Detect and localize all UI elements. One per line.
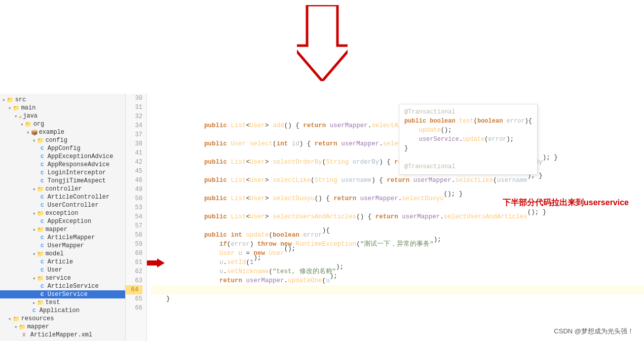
tree-label: AppExceptionAdvice [48, 153, 113, 160]
down-arrow-icon [297, 5, 348, 81]
java-file-icon: C [41, 259, 44, 265]
code-line-65: } [151, 294, 644, 304]
code-line-61: u.setId(1); [151, 258, 644, 267]
java-file-icon: C [41, 145, 44, 151]
tree-label: mapper [27, 323, 49, 330]
folder-icon: 📁 [37, 251, 44, 257]
tree-label: AppConfig [48, 145, 81, 152]
tree-item-tongjitimeaspect[interactable]: C TongjiTimeAspect [0, 177, 125, 185]
tree-item-resources[interactable]: ▾ 📁 resources [0, 315, 125, 323]
tree-label: ArticleController [48, 194, 109, 201]
tree-item-java[interactable]: ▾ ☕ java [0, 112, 125, 120]
java-file-icon: C [41, 202, 44, 208]
tree-item-org[interactable]: ▾ 📁 org [0, 120, 125, 128]
code-line-54: public List<User> selectUsersAndArticles… [151, 212, 644, 221]
tree-item-src[interactable]: ▾ 📁 src [0, 96, 125, 104]
tree-item-user[interactable]: C User [0, 266, 125, 274]
tree-item-service[interactable]: ▾ 📁 service [0, 274, 125, 282]
right-arrow-icon [147, 258, 165, 270]
tree-label: main [21, 104, 36, 111]
folder-icon: 📁 [19, 324, 26, 330]
java-file-icon: C [41, 283, 44, 289]
code-line-49 [151, 185, 644, 194]
java-file-icon: C [41, 194, 44, 200]
java-file-icon: C [41, 235, 44, 241]
tree-label: UserMapper [48, 242, 84, 249]
chevron-down-icon: ▾ [8, 316, 12, 322]
tree-label: AppResponseAdvice [48, 161, 109, 168]
tree-label: UserController [48, 202, 99, 209]
tree-item-config[interactable]: ▾ 📁 config [0, 136, 125, 144]
tree-item-appexception[interactable]: C AppException [0, 217, 125, 225]
tree-item-articlemapper[interactable]: C ArticleMapper [0, 234, 125, 242]
java-file-icon: C [41, 170, 44, 176]
tree-label: Article [48, 258, 73, 266]
tree-item-articlecontroller[interactable]: C ArticleController [0, 193, 125, 201]
java-file-icon: C [32, 308, 36, 314]
chevron-down-icon: ▾ [32, 137, 36, 144]
tree-label: config [46, 137, 67, 144]
tree-label: controller [46, 185, 82, 193]
tree-item-appconfig[interactable]: C AppConfig [0, 144, 125, 153]
folder-icon: 📁 [37, 137, 44, 144]
tree-item-articleservice[interactable]: C ArticleService [0, 282, 125, 290]
java-file-icon: C [41, 178, 44, 184]
tree-item-appexceptionadvice[interactable]: C AppExceptionAdvice [0, 153, 125, 161]
tree-label: ArticleMapper [48, 234, 95, 241]
ide-container: ▾ 📁 src ▾ 📁 main ▾ ☕ java ▾ 📁 org ▾ 📦 ex… [0, 94, 644, 341]
tree-label: mapper [46, 226, 67, 233]
folder-icon: 📁 [13, 105, 20, 111]
tree-item-articlemapper-xml[interactable]: X ArticleMapper.xml [0, 331, 125, 339]
code-line-66 [151, 304, 644, 313]
annotation-method-sig: public boolean test(boolean error){ [404, 117, 532, 126]
csdn-credit: CSDN @梦想成为光头强！ [554, 327, 634, 336]
code-line-31 [151, 103, 644, 112]
tree-label: src [15, 96, 26, 103]
chevron-down-icon: ▾ [32, 186, 36, 193]
code-line-64 [151, 285, 644, 294]
tree-item-mapper2[interactable]: ▾ 📁 mapper [0, 323, 125, 331]
folder-icon: 📁 [7, 97, 14, 103]
code-line-63: ● return userMapper.updateOne(u); [151, 276, 644, 285]
tree-item-appresponseadvice[interactable]: C AppResponseAdvice [0, 161, 125, 169]
chevron-down-icon: ▾ [26, 129, 30, 136]
note-text: 下半部分代码拉出来到userservice [503, 198, 629, 208]
chevron-down-icon: ▾ [2, 97, 6, 103]
folder-icon: 📁 [25, 121, 32, 128]
tree-item-usercontroller[interactable]: C UserController [0, 201, 125, 209]
tree-label: LoginInterceptor [48, 169, 106, 176]
code-line-38: public User select(int id) { return user… [151, 139, 644, 148]
tree-label: service [46, 275, 71, 282]
annotation-line2: userService.update(error); [404, 135, 532, 144]
tree-label: exception [46, 210, 79, 217]
annotation-close: } [404, 144, 532, 153]
code-line-57 [151, 221, 644, 231]
chevron-right-icon: ▸ [32, 299, 36, 306]
tree-item-logininterceptor[interactable]: C LoginInterceptor [0, 169, 125, 177]
folder-icon: 📁 [37, 299, 44, 306]
tree-item-test[interactable]: ▸ 📁 test [0, 298, 125, 307]
tree-label: AppException [48, 218, 91, 225]
code-editor[interactable]: public List<User> add() { return userMap… [147, 94, 644, 341]
folder-icon: 📁 [37, 275, 44, 282]
tree-item-mapper[interactable]: ▾ 📁 mapper [0, 225, 125, 234]
java-folder-icon: ☕ [19, 113, 22, 120]
tree-item-usermapper[interactable]: C UserMapper [0, 242, 125, 250]
editor-area: 30 31 32 34 37 38 41 42 45 46 49 50 53 5… [126, 94, 644, 341]
code-line-58: public int update(boolean error){ [151, 231, 644, 240]
package-icon: 📦 [31, 129, 38, 136]
tree-item-controller[interactable]: ▾ 📁 controller [0, 185, 125, 193]
file-tree: ▾ 📁 src ▾ 📁 main ▾ ☕ java ▾ 📁 org ▾ 📦 ex… [0, 94, 126, 341]
annotation-line1: update(); [404, 126, 532, 135]
tree-item-main[interactable]: ▾ 📁 main [0, 104, 125, 112]
tree-item-application[interactable]: C Application [0, 307, 125, 315]
tree-label: Application [40, 307, 80, 314]
tree-label: ArticleService [48, 283, 99, 290]
tree-item-userservice[interactable]: C UserService [0, 290, 125, 298]
tree-item-example[interactable]: ▾ 📦 example [0, 128, 125, 136]
code-line-34: public List<User> add() { return userMap… [151, 121, 644, 130]
annotation-transactional2: @Transactional [404, 162, 532, 171]
tree-item-article[interactable]: C Article [0, 258, 125, 266]
tree-item-model[interactable]: ▾ 📁 model [0, 250, 125, 258]
tree-item-exception[interactable]: ▾ 📁 exception [0, 209, 125, 217]
